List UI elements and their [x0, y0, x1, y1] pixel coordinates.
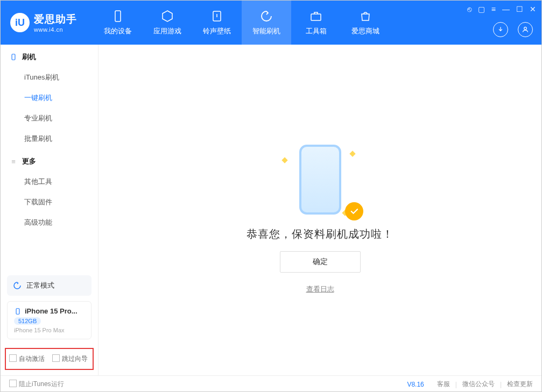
device-name-text: iPhone 15 Pro...: [25, 307, 78, 315]
ok-button[interactable]: 确定: [280, 251, 361, 273]
svg-rect-2: [311, 14, 321, 20]
bag-icon: [358, 9, 372, 23]
window-controls: ⎋ ▢ ≡ — ☐ ✕: [467, 5, 536, 13]
skin-icon[interactable]: ⎋: [467, 5, 471, 13]
nav-ringtones[interactable]: 铃声壁纸: [192, 1, 242, 45]
skip-guide-checkbox[interactable]: 跳过向导: [52, 354, 88, 364]
logo-icon: iU: [10, 13, 30, 32]
svg-rect-4: [12, 54, 15, 60]
nav-flash[interactable]: 智能刷机: [242, 1, 291, 45]
storage-badge: 512GB: [14, 317, 41, 325]
mode-box[interactable]: 正常模式: [7, 275, 91, 296]
logo: iU 爱思助手 www.i4.cn: [1, 12, 87, 33]
main-content: 恭喜您，保资料刷机成功啦！ 确定 查看日志: [98, 45, 541, 375]
nav-label: 智能刷机: [252, 26, 280, 36]
nav-store[interactable]: 爱思商城: [341, 1, 390, 45]
nav-my-device[interactable]: 我的设备: [93, 1, 143, 45]
menu-icon[interactable]: ≡: [491, 5, 496, 13]
top-nav: 我的设备 应用游戏 铃声壁纸 智能刷机 工具箱 爱思商城: [93, 1, 390, 45]
sidebar-item-other-tools[interactable]: 其他工具: [1, 172, 98, 192]
svg-rect-0: [115, 11, 121, 22]
nav-label: 爱思商城: [351, 26, 379, 36]
sidebar-item-download-firmware[interactable]: 下载固件: [1, 192, 98, 212]
footer-link-support[interactable]: 客服: [437, 380, 450, 389]
block-itunes-checkbox[interactable]: 阻止iTunes运行: [9, 380, 64, 389]
nav-apps[interactable]: 应用游戏: [143, 1, 192, 45]
cube-icon: [160, 9, 174, 23]
sidebar: 刷机 iTunes刷机 一键刷机 专业刷机 批量刷机 ≡ 更多 其他工具 下载固…: [1, 45, 98, 375]
device-full-name: iPhone 15 Pro Max: [14, 327, 85, 333]
nav-label: 应用游戏: [153, 26, 181, 36]
close-icon[interactable]: ✕: [530, 5, 536, 13]
nav-label: 工具箱: [306, 26, 327, 36]
view-log-link[interactable]: 查看日志: [306, 284, 334, 294]
sidebar-item-itunes-flash[interactable]: iTunes刷机: [1, 67, 98, 88]
footer-link-update[interactable]: 检查更新: [507, 380, 533, 389]
refresh-small-icon: [12, 281, 22, 290]
sidebar-item-batch-flash[interactable]: 批量刷机: [1, 129, 98, 149]
success-message: 恭喜您，保资料刷机成功啦！: [247, 227, 393, 241]
footer-link-wechat[interactable]: 微信公众号: [462, 380, 495, 389]
sidebar-group-flash: 刷机: [1, 45, 98, 67]
device-box[interactable]: iPhone 15 Pro... 512GB iPhone 15 Pro Max: [7, 301, 91, 339]
app-title: 爱思助手: [34, 12, 77, 26]
sidebar-item-oneclick-flash[interactable]: 一键刷机: [1, 88, 98, 108]
check-badge-icon: [345, 202, 363, 220]
phone-small-icon: [9, 53, 18, 61]
nav-toolbox[interactable]: 工具箱: [291, 1, 341, 45]
header: iU 爱思助手 www.i4.cn 我的设备 应用游戏 铃声壁纸 智能刷机 工具…: [1, 1, 541, 45]
footer: 阻止iTunes运行 V8.16 客服 | 微信公众号 | 检查更新: [1, 375, 541, 392]
device-icon: [111, 9, 125, 23]
maximize-icon[interactable]: ☐: [516, 5, 523, 13]
nav-label: 我的设备: [104, 26, 132, 36]
music-icon: [210, 9, 224, 23]
svg-rect-5: [16, 308, 19, 314]
version-label: V8.16: [407, 381, 424, 388]
sidebar-item-advanced[interactable]: 高级功能: [1, 212, 98, 233]
refresh-icon: [259, 9, 273, 23]
minimize-icon[interactable]: —: [502, 5, 510, 13]
device-icon: [14, 308, 22, 315]
toolbox-icon: [309, 9, 323, 23]
user-button[interactable]: [518, 22, 533, 37]
app-subtitle: www.i4.cn: [34, 26, 77, 33]
phone-icon[interactable]: ▢: [478, 5, 485, 13]
nav-label: 铃声壁纸: [203, 26, 231, 36]
auto-activate-checkbox[interactable]: 自动激活: [9, 354, 45, 364]
download-button[interactable]: [493, 22, 508, 37]
sidebar-item-pro-flash[interactable]: 专业刷机: [1, 108, 98, 129]
options-highlight: 自动激活 跳过向导: [5, 348, 94, 370]
sidebar-group-more: ≡ 更多: [1, 149, 98, 172]
svg-point-3: [524, 27, 527, 30]
mode-label: 正常模式: [26, 281, 54, 290]
more-icon: ≡: [9, 157, 18, 166]
success-illustration: [283, 142, 358, 217]
